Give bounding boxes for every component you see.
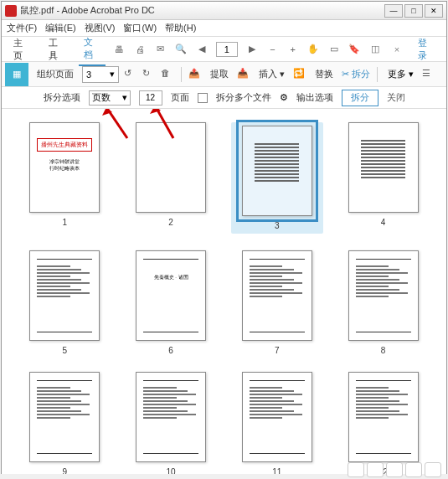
zoom-in-icon[interactable]: + [287, 43, 299, 56]
crop-icon[interactable]: ◫ [368, 43, 380, 56]
extract-label[interactable]: 提取 [207, 68, 232, 80]
multi-file-label: 拆分多个文件 [216, 91, 271, 104]
page-thumbnail[interactable]: 3 [231, 122, 324, 234]
tray-icons [348, 462, 441, 477]
page-thumbnail[interactable]: 12 [337, 372, 430, 474]
gear-icon[interactable]: ⚙ [280, 92, 288, 103]
page-thumbnail[interactable]: 5 [18, 250, 111, 355]
tray-icon[interactable] [405, 462, 422, 477]
organize-label: 组织页面 [33, 68, 77, 80]
minimize-button[interactable]: — [384, 4, 403, 18]
organize-pages-icon[interactable]: ▦ [5, 63, 28, 86]
main-toolbar: 主页 工具 文档 🖶 🖨 ✉ 🔍 ◀ ▶ − + ✋ ▭ 🔖 ◫ × 登录 [2, 37, 446, 62]
page-preview [136, 372, 206, 462]
page-preview [136, 122, 206, 213]
tab-document[interactable]: 文档 [79, 33, 106, 66]
extract-icon[interactable]: 📤 [188, 68, 202, 81]
page-number-label: 3 [275, 221, 280, 230]
page-number-label: 6 [168, 346, 173, 355]
page-preview [348, 250, 419, 341]
page-number-input[interactable] [216, 42, 238, 57]
panel-close-button[interactable]: × [389, 43, 404, 56]
separator [181, 67, 182, 82]
tray-icon[interactable] [386, 462, 403, 477]
page-number-label: 5 [63, 346, 68, 355]
login-link[interactable]: 登录 [413, 37, 440, 62]
split-options-bar: 拆分选项 页数▾ 页面 拆分多个文件 ⚙ 输出选项 拆分 关闭 [2, 87, 446, 109]
insert-icon[interactable]: 📥 [237, 68, 250, 81]
page-thumbnail[interactable]: 9 [18, 372, 111, 474]
page-thumbnail[interactable]: 7 [231, 250, 324, 355]
replace-label[interactable]: 替换 [312, 68, 337, 80]
rotate-right-icon[interactable]: ↻ [142, 68, 156, 81]
organize-toolbar: ▦ 组织页面 3▾ ↺ ↻ 🗑 📤 提取 📥 插入 ▾ 🔁 替换 ✂拆分 更多 … [2, 62, 446, 87]
mail-icon[interactable]: ✉ [154, 43, 166, 56]
page-preview [348, 122, 419, 213]
page-preview [242, 250, 312, 341]
page-thumbnail[interactable]: 先秦概史 · 诸国6 [125, 250, 218, 355]
page-number-label: 8 [381, 346, 386, 355]
tray-icon[interactable] [425, 462, 441, 477]
insert-label[interactable]: 插入 ▾ [255, 68, 288, 80]
hand-icon[interactable]: ✋ [307, 43, 319, 56]
tab-home[interactable]: 主页 [8, 33, 35, 65]
search-icon[interactable]: 🔍 [175, 43, 187, 56]
tray-icon[interactable] [348, 462, 364, 477]
pages-label: 页面 [171, 91, 189, 104]
page-number-label: 11 [272, 467, 281, 474]
split-button[interactable]: ✂拆分 [342, 68, 370, 80]
thumbnail-area[interactable]: 播州先生典藏资料净宗钟鼓讲堂行时纪略谈本12345先秦概史 · 诸国678910… [2, 109, 446, 474]
separator [377, 67, 378, 82]
next-page-icon[interactable]: ▶ [246, 43, 258, 56]
page-number-label: 2 [168, 218, 173, 227]
save-icon[interactable]: 🖶 [114, 43, 126, 56]
tab-tools[interactable]: 工具 [44, 33, 70, 65]
page-preview [29, 372, 100, 462]
prev-page-icon[interactable]: ◀ [195, 43, 207, 56]
maximize-button[interactable]: □ [404, 4, 423, 18]
close-panel-button[interactable]: 关闭 [387, 91, 405, 104]
print-icon[interactable]: 🖨 [134, 43, 146, 56]
app-icon [5, 5, 17, 17]
page-number-label: 4 [381, 218, 386, 227]
page-number-label: 7 [275, 346, 280, 355]
split-number-input[interactable] [139, 90, 162, 106]
page-thumbnail[interactable]: 11 [231, 372, 324, 474]
tray-icon[interactable] [367, 462, 384, 477]
select-icon[interactable]: ▭ [327, 43, 339, 56]
window-title: 鼠控.pdf - Adobe Acrobat Pro DC [20, 4, 383, 17]
page-thumbnail[interactable]: 2 [125, 122, 218, 234]
more-button[interactable]: 更多 ▾ [384, 68, 417, 80]
split-options-label: 拆分选项 [44, 91, 80, 104]
page-dropdown[interactable]: 3▾ [82, 66, 119, 83]
multi-file-checkbox[interactable] [198, 93, 208, 103]
page-number-label: 10 [167, 467, 176, 474]
page-preview [242, 372, 312, 462]
page-preview: 先秦概史 · 诸国 [136, 250, 206, 341]
zoom-out-icon[interactable]: − [266, 43, 278, 56]
page-preview [242, 126, 312, 216]
scissors-icon: ✂ [342, 69, 349, 80]
output-options-label[interactable]: 输出选项 [296, 91, 333, 104]
page-thumbnail[interactable]: 10 [125, 372, 218, 474]
page-thumbnail[interactable]: 播州先生典藏资料净宗钟鼓讲堂行时纪略谈本1 [18, 122, 111, 234]
page-thumbnail[interactable]: 8 [337, 250, 430, 355]
rotate-left-icon[interactable]: ↺ [124, 68, 137, 81]
page-preview [29, 250, 100, 341]
menu-window[interactable]: 窗口(W) [123, 22, 157, 34]
titlebar: 鼠控.pdf - Adobe Acrobat Pro DC — □ ✕ [2, 2, 446, 20]
page-number-label: 1 [63, 218, 68, 227]
delete-icon[interactable]: 🗑 [161, 68, 174, 81]
close-button[interactable]: ✕ [425, 4, 443, 18]
page-preview: 播州先生典藏资料净宗钟鼓讲堂行时纪略谈本 [29, 122, 100, 213]
split-action-button[interactable]: 拆分 [342, 90, 378, 106]
split-mode-dropdown[interactable]: 页数▾ [89, 90, 131, 106]
menu-help[interactable]: 帮助(H) [165, 22, 196, 34]
page-preview [348, 372, 419, 462]
page-thumbnail[interactable]: 4 [337, 122, 430, 234]
page-number-label: 9 [63, 467, 68, 474]
menu-icon[interactable]: ☰ [422, 68, 435, 81]
replace-icon[interactable]: 🔁 [293, 68, 306, 81]
bookmark-icon[interactable]: 🔖 [348, 43, 360, 56]
